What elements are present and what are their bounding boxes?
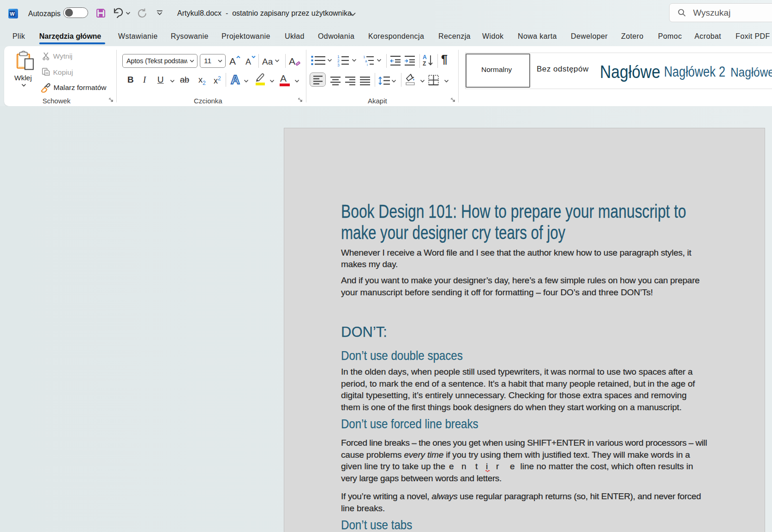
- svg-text:3: 3: [337, 63, 340, 66]
- svg-text:i: i: [367, 63, 368, 66]
- svg-text:Z: Z: [423, 60, 426, 67]
- svg-text:W: W: [10, 11, 15, 17]
- svg-text:A: A: [423, 54, 427, 60]
